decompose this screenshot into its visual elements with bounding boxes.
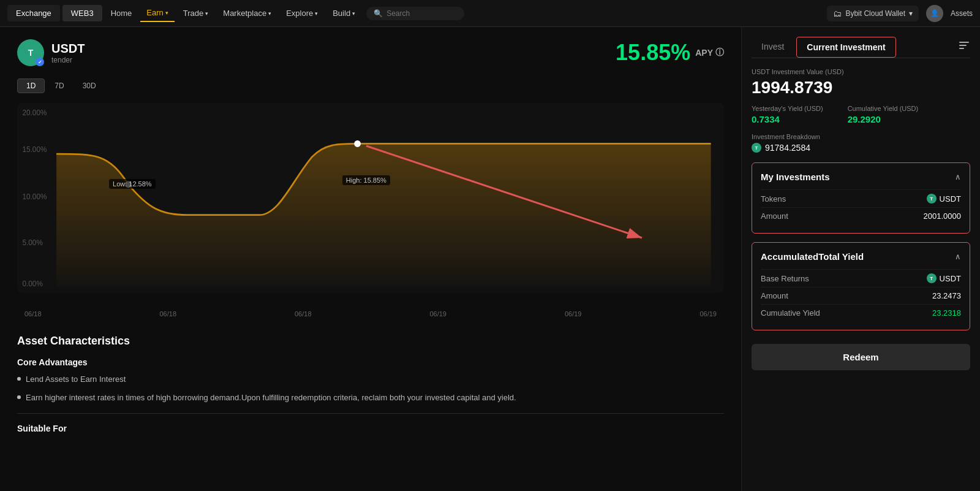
svg-text:15.00%: 15.00% xyxy=(23,145,47,154)
my-investments-section: My Investments ∧ Tokens T USDT Amount 20… xyxy=(752,162,970,234)
asset-characteristics-section: Asset Characteristics Core Advantages Le… xyxy=(17,335,724,433)
x-axis: 06/18 06/18 06/18 06/19 06/19 06/19 xyxy=(17,308,724,320)
acc-amount-label: Amount xyxy=(761,291,788,300)
trade-nav[interactable]: Trade ▾ xyxy=(177,5,214,21)
search-bar[interactable]: 🔍 xyxy=(366,7,464,20)
invest-tab[interactable]: Invest xyxy=(752,37,794,58)
home-nav[interactable]: Home xyxy=(105,5,138,21)
yield-row: Yesterday's Yield (USD) 0.7334 Cumulativ… xyxy=(752,105,970,124)
collapse-icon-yield[interactable]: ∧ xyxy=(955,252,961,261)
collapse-icon-investments[interactable]: ∧ xyxy=(955,172,961,181)
yesterday-yield-label: Yesterday's Yield (USD) xyxy=(752,105,823,112)
inv-value-label: USDT Investment Value (USD) xyxy=(752,68,970,75)
breakdown-label: Investment Breakdown xyxy=(752,133,970,140)
bullet-item-2: Earn higher interest rates in times of h… xyxy=(17,392,724,404)
acc-amount-value: 23.2473 xyxy=(932,291,961,300)
breakdown-value: T 91784.2584 xyxy=(752,143,970,153)
redeem-button[interactable]: Redeem xyxy=(752,344,970,370)
explore-arrow-icon: ▾ xyxy=(315,10,318,17)
svg-rect-9 xyxy=(959,48,964,49)
svg-text:20.00%: 20.00% xyxy=(23,108,47,117)
apy-label: APY ⓘ xyxy=(695,47,724,58)
token-details: USDT tender xyxy=(51,42,85,64)
chart-container: 20.00% 15.00% 10.00% 5.00% 0.00% xyxy=(17,103,724,293)
token-header: T ✓ USDT tender 15.85% APY ⓘ xyxy=(17,39,724,66)
tab-30d[interactable]: 30D xyxy=(74,78,105,93)
bullet-dot-1 xyxy=(17,377,21,381)
search-icon: 🔍 xyxy=(374,9,383,18)
web3-tab[interactable]: WEB3 xyxy=(62,5,102,21)
tokens-row: Tokens T USDT xyxy=(761,189,961,207)
tokens-label: Tokens xyxy=(761,194,786,204)
cumulative-yield-value: 29.2920 xyxy=(848,114,919,124)
core-advantages-title: Core Advantages xyxy=(17,357,724,367)
main-layout: T ✓ USDT tender 15.85% APY ⓘ 1D 7D 30D xyxy=(0,27,980,491)
trade-arrow-icon: ▾ xyxy=(205,10,208,17)
base-returns-value: T USDT xyxy=(927,273,961,283)
divider xyxy=(17,413,724,414)
asset-characteristics-title: Asset Characteristics xyxy=(17,335,724,348)
my-investments-title: My Investments xyxy=(761,172,830,182)
left-panel: T ✓ USDT tender 15.85% APY ⓘ 1D 7D 30D xyxy=(0,27,741,491)
current-investment-tab[interactable]: Current Investment xyxy=(796,37,895,58)
amount-value: 2001.0000 xyxy=(924,211,961,221)
apy-value: 15.85% xyxy=(616,40,690,66)
chart-low-label: Low: 12.58% xyxy=(109,179,156,189)
cumulative-yield2-row: Cumulative Yield 23.2318 xyxy=(761,304,961,321)
earn-arrow-icon: ▾ xyxy=(165,10,168,16)
cumulative-yield-label: Cumulative Yield (USD) xyxy=(848,105,919,112)
marketplace-nav[interactable]: Marketplace ▾ xyxy=(217,5,277,21)
token-name: tender xyxy=(51,56,85,64)
token-icon: T ✓ xyxy=(17,39,44,66)
usdt-icon-breakdown: T xyxy=(752,143,761,153)
nav-right: 🗂 Bybit Cloud Wallet ▾ 👤 Assets xyxy=(827,5,973,22)
chart-high-dot xyxy=(354,140,361,147)
explore-nav[interactable]: Explore ▾ xyxy=(280,5,324,21)
build-arrow-icon: ▾ xyxy=(352,10,355,17)
svg-text:10.00%: 10.00% xyxy=(23,192,47,201)
base-returns-label: Base Returns xyxy=(761,274,809,283)
cumulative-yield2-label: Cumulative Yield xyxy=(761,308,820,318)
svg-text:0.00%: 0.00% xyxy=(23,280,43,288)
cumulative-yield2-value: 23.2318 xyxy=(932,308,961,318)
yesterday-yield-value: 0.7334 xyxy=(752,114,823,124)
earn-nav[interactable]: Earn ▾ xyxy=(140,4,174,22)
wallet-chevron-icon: ▾ xyxy=(909,9,913,18)
usdt-icon-base: T xyxy=(927,273,937,283)
tokens-value: T USDT xyxy=(927,194,961,204)
yesterday-yield-col: Yesterday's Yield (USD) 0.7334 xyxy=(752,105,823,124)
time-tabs: 1D 7D 30D xyxy=(17,78,724,93)
apy-display: 15.85% APY ⓘ xyxy=(616,40,724,66)
tab-7d[interactable]: 7D xyxy=(46,78,72,93)
svg-rect-7 xyxy=(959,42,969,43)
exchange-tab[interactable]: Exchange xyxy=(7,5,60,21)
amount-label: Amount xyxy=(761,211,788,221)
token-symbol: USDT xyxy=(51,42,85,56)
info-icon[interactable]: ⓘ xyxy=(715,47,724,58)
wallet-button[interactable]: 🗂 Bybit Cloud Wallet ▾ xyxy=(827,6,919,21)
top-navigation: Exchange WEB3 Home Earn ▾ Trade ▾ Market… xyxy=(0,0,980,27)
avatar[interactable]: 👤 xyxy=(926,5,943,22)
amount-row: Amount 2001.0000 xyxy=(761,207,961,224)
accumulated-yield-header: AccumulatedTotal Yield ∧ xyxy=(761,251,961,262)
accumulated-yield-section: AccumulatedTotal Yield ∧ Base Returns T … xyxy=(752,242,970,330)
svg-rect-8 xyxy=(959,45,967,46)
bullet-item-1: Lend Assets to Earn Interest xyxy=(17,373,724,386)
accumulated-yield-title: AccumulatedTotal Yield xyxy=(761,251,864,262)
svg-text:5.00%: 5.00% xyxy=(23,238,43,247)
chart-high-label: High: 15.85% xyxy=(342,175,390,185)
my-investments-header: My Investments ∧ xyxy=(761,172,961,182)
assets-button[interactable]: Assets xyxy=(951,9,973,18)
marketplace-arrow-icon: ▾ xyxy=(268,10,271,17)
suitable-for-title: Suitable For xyxy=(17,424,724,433)
tab-1d[interactable]: 1D xyxy=(17,78,45,93)
search-input[interactable] xyxy=(386,9,457,18)
cumulative-yield-col: Cumulative Yield (USD) 29.2920 xyxy=(848,105,919,124)
token-info: T ✓ USDT tender xyxy=(17,39,85,66)
invest-tabs: Invest Current Investment xyxy=(752,37,970,58)
history-icon[interactable] xyxy=(958,40,970,55)
acc-amount-row: Amount 23.2473 xyxy=(761,287,961,304)
base-returns-row: Base Returns T USDT xyxy=(761,269,961,287)
chart-svg: 20.00% 15.00% 10.00% 5.00% 0.00% xyxy=(17,103,724,293)
build-nav[interactable]: Build ▾ xyxy=(326,5,361,21)
